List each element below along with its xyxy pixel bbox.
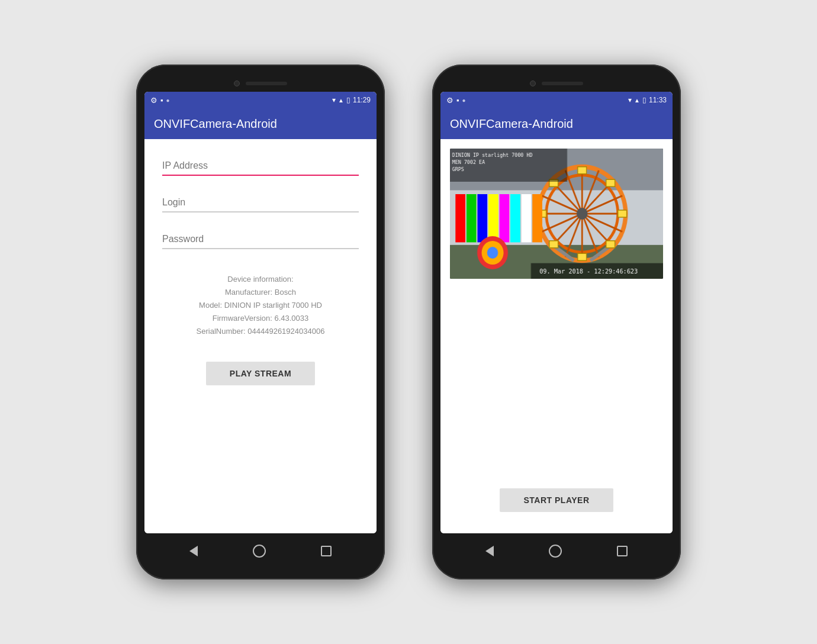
recent-button[interactable]: [321, 546, 332, 556]
phone2-back-icon: [485, 546, 494, 556]
home-button[interactable]: [253, 545, 266, 558]
phone2-top-bar: [440, 75, 673, 92]
phone1-status-bar: ⚙ ▪ ● ▾ ▲ ▯ 11:29: [144, 92, 377, 108]
phone1-top-bar: [144, 75, 377, 92]
login-group: [162, 194, 359, 212]
password-input[interactable]: [162, 230, 359, 249]
phone2-gear-icon: ⚙: [446, 96, 453, 105]
start-player-row: START PLAYER: [440, 488, 673, 524]
stream-canvas: [450, 149, 663, 279]
phone2-recent-button[interactable]: [617, 546, 628, 556]
phone2-speaker-bar: [542, 82, 583, 85]
phone2-camera-dot: [530, 80, 536, 86]
phone1-content: Device information: Manufacturer: Bosch …: [144, 139, 377, 533]
play-stream-button[interactable]: PLAY STREAM: [206, 362, 315, 385]
phone1-screen: ⚙ ▪ ● ▾ ▲ ▯ 11:29 ONVIFCamera-Android: [144, 92, 377, 533]
ip-address-input[interactable]: [162, 157, 359, 176]
phone1-app-title: ONVIFCamera-Android: [154, 117, 277, 131]
phone2-content: START PLAYER: [440, 139, 673, 533]
phone2-nav-bar: [440, 533, 673, 569]
phone2-status-right: ▾ ▲ ▯ 11:33: [628, 96, 667, 104]
status-left-icons: ⚙ ▪ ●: [150, 96, 170, 105]
phone2-screen: ⚙ ▪ ● ▾ ▲ ▯ 11:33 ONVIFCamera-Android: [440, 92, 673, 533]
phone1: ⚙ ▪ ● ▾ ▲ ▯ 11:29 ONVIFCamera-Android: [136, 65, 385, 579]
phone2-recent-icon: [617, 546, 628, 556]
phone2-home-icon: [549, 545, 562, 558]
phone2-circle-icon: ●: [462, 97, 466, 104]
phone2-status-left: ⚙ ▪ ●: [446, 96, 466, 105]
start-player-button[interactable]: START PLAYER: [500, 488, 613, 512]
sim-icon: ▪: [160, 96, 163, 105]
back-button[interactable]: [189, 546, 198, 556]
phone1-wrapper: ⚙ ▪ ● ▾ ▲ ▯ 11:29 ONVIFCamera-Android: [136, 65, 385, 579]
stream-container: [450, 149, 663, 279]
phone1-time: 11:29: [353, 96, 371, 104]
ip-address-group: [162, 157, 359, 176]
gear-icon: ⚙: [150, 96, 157, 105]
phone2-battery-icon: ▯: [642, 96, 646, 104]
phone2-status-bar: ⚙ ▪ ● ▾ ▲ ▯ 11:33: [440, 92, 673, 108]
wifi-icon: ▾: [332, 96, 336, 104]
phone2-home-button[interactable]: [549, 545, 562, 558]
phone2-time: 11:33: [649, 96, 667, 104]
phone2-app-bar: ONVIFCamera-Android: [440, 108, 673, 139]
phone2-sim-icon: ▪: [456, 96, 459, 105]
phone2-back-button[interactable]: [485, 546, 494, 556]
phone2-signal-icon: ▲: [634, 97, 640, 104]
password-group: [162, 230, 359, 249]
speaker-bar: [246, 82, 287, 85]
back-icon: [189, 546, 198, 556]
phone2-wrapper: ⚙ ▪ ● ▾ ▲ ▯ 11:33 ONVIFCamera-Android: [432, 65, 681, 579]
status-right-info: ▾ ▲ ▯ 11:29: [332, 96, 371, 104]
device-info-text: Device information: Manufacturer: Bosch …: [162, 273, 359, 338]
camera-dot: [234, 80, 240, 86]
phone2-app-title: ONVIFCamera-Android: [450, 117, 573, 131]
circle-status-icon: ●: [166, 97, 170, 104]
login-input[interactable]: [162, 194, 359, 212]
phone2: ⚙ ▪ ● ▾ ▲ ▯ 11:33 ONVIFCamera-Android: [432, 65, 681, 579]
signal-icon: ▲: [338, 97, 344, 104]
battery-icon: ▯: [346, 96, 350, 104]
phone2-wifi-icon: ▾: [628, 96, 632, 104]
phone1-nav-bar: [144, 533, 377, 569]
phone1-app-bar: ONVIFCamera-Android: [144, 108, 377, 139]
home-icon: [253, 545, 266, 558]
recent-icon: [321, 546, 332, 556]
